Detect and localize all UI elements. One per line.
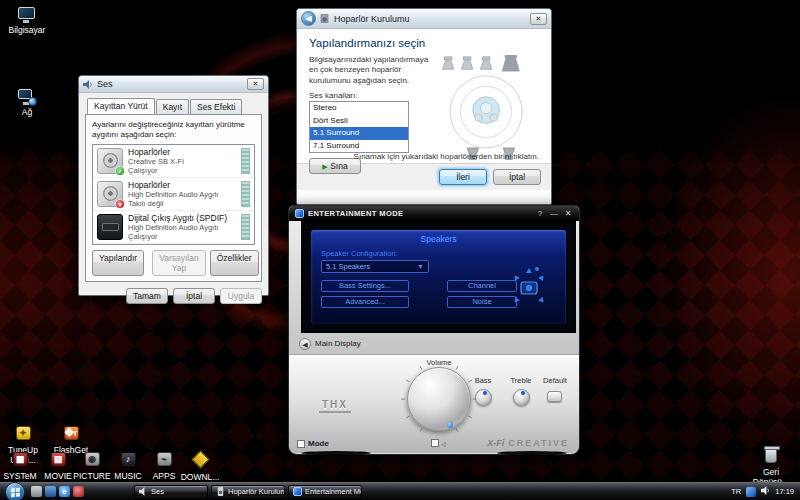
window-title: ENTERTAINMENT MODE <box>308 209 531 218</box>
desktop-icon-computer[interactable]: Bilgisayar <box>2 6 52 36</box>
device-desc: High Definition Audio Aygıtı <box>128 190 236 199</box>
default-button[interactable] <box>547 391 562 402</box>
window-title: Ses <box>97 79 243 89</box>
configure-button[interactable]: Yapılandır <box>92 250 144 276</box>
desktop-icon-network[interactable]: Ağ <box>2 88 52 118</box>
bass-settings-button[interactable]: Bass Settings... <box>321 280 409 292</box>
creative-logo: CREATIVE <box>508 438 569 448</box>
app-launcher-icon[interactable] <box>73 486 84 497</box>
entertainment-mode-titlebar[interactable]: ENTERTAINMENT MODE ? — ✕ <box>289 206 579 221</box>
device-row-spdif[interactable]: Dijital Çıkış Aygıtı (SPDIF) High Defini… <box>93 211 254 244</box>
speaker-icon <box>139 487 148 496</box>
sound-dialog-tabs: Kayıttan Yürüt Kayıt Ses Efekti <box>85 98 262 114</box>
browser-icon[interactable]: e <box>59 486 70 497</box>
network-icon <box>17 88 37 106</box>
volume-knob[interactable] <box>407 367 471 431</box>
volume-meter <box>241 148 250 174</box>
speaker-icon <box>83 80 93 89</box>
speaker-setup-titlebar[interactable]: ◀ Hoparlör Kurulumu ✕ <box>297 9 551 29</box>
taskbar-item-ses[interactable]: Ses <box>134 485 208 499</box>
advanced-button[interactable]: Advanced... <box>321 296 409 308</box>
main-display-back-icon[interactable]: ◀ <box>299 338 311 350</box>
playback-instruction: Ayarlarını değiştireceğiniz kayıttan yür… <box>92 120 255 140</box>
speaker-configuration-select[interactable]: 5.1 Speakers ▼ <box>321 260 429 273</box>
treble-label: Treble <box>503 376 539 385</box>
help-icon[interactable]: ? <box>535 209 545 218</box>
device-status: Çalışıyor <box>128 166 236 175</box>
sound-dialog-titlebar[interactable]: Ses ✕ <box>79 76 268 93</box>
device-name: Hoparlörler <box>128 147 236 157</box>
device-name: Hoparlörler <box>128 180 236 190</box>
desktop-icon-apps[interactable]: ⌁ APPS <box>144 452 184 482</box>
ok-button[interactable]: Tamam <box>126 288 168 304</box>
channel-option-51[interactable]: 5.1 Surround <box>310 127 408 140</box>
bass-knob[interactable] <box>475 389 492 406</box>
channel-option-stereo[interactable]: Stereo <box>310 102 408 115</box>
xfi-logo: X-Fi <box>487 438 504 448</box>
channel-option-quad[interactable]: Dört Sesli <box>310 115 408 128</box>
entertainment-mode-icon <box>293 487 302 496</box>
language-indicator[interactable]: TR <box>731 487 741 496</box>
download-folder-icon <box>190 453 210 471</box>
tab-recording[interactable]: Kayıt <box>156 99 189 115</box>
tray-volume-icon[interactable] <box>761 486 770 497</box>
speaker-cluster-icon[interactable] <box>506 264 552 314</box>
desktop-icon-picture[interactable]: ◉ PICTURE <box>72 452 112 482</box>
close-icon[interactable]: ✕ <box>247 78 264 90</box>
speaker-device-icon: ✓ <box>97 148 123 174</box>
close-icon[interactable]: ✕ <box>563 209 573 218</box>
speaker-device-icon: ▾ <box>97 181 123 207</box>
mute-checkbox[interactable] <box>431 439 439 447</box>
start-button[interactable] <box>5 482 25 500</box>
window-switcher-icon[interactable] <box>45 486 56 497</box>
device-row-speakers-xfi[interactable]: ✓ Hoparlörler Creative SB X-Fi Çalışıyor <box>93 145 254 178</box>
computer-icon <box>17 6 37 24</box>
properties-button[interactable]: Özellikler <box>210 250 259 276</box>
taskbar-item-entertainment-mode[interactable]: Entertainment Mode <box>288 485 362 499</box>
speaker-setup-window: ◀ Hoparlör Kurulumu ✕ Yapılandırmanızı s… <box>296 8 552 205</box>
minimize-icon[interactable]: — <box>549 209 559 218</box>
mode-checkbox[interactable] <box>297 440 305 448</box>
system-folder-icon: ▦ <box>10 452 30 470</box>
desktop-icon-downloads[interactable]: DOWNL... <box>180 452 220 483</box>
device-desc: High Definition Audio Aygıtı <box>128 223 236 232</box>
movie-folder-icon: ▤ <box>48 452 68 470</box>
main-display-button[interactable]: Main Display <box>315 339 361 348</box>
wizard-heading: Yapılandırmanızı seçin <box>309 37 539 49</box>
cancel-button[interactable]: İptal <box>173 288 215 304</box>
desktop-icon-music[interactable]: ♪ MUSIC <box>108 452 148 482</box>
channels-listbox[interactable]: Stereo Dört Sesli 5.1 Surround 7.1 Surro… <box>309 101 409 153</box>
tray-app-icon[interactable] <box>746 487 756 497</box>
device-row-speakers-hda[interactable]: ▾ Hoparlörler High Definition Audio Aygı… <box>93 178 254 211</box>
channel-option-71[interactable]: 7.1 Surround <box>310 140 408 153</box>
close-icon[interactable]: ✕ <box>530 13 547 25</box>
spdif-device-icon <box>97 214 123 240</box>
knob-pointer <box>447 422 453 428</box>
default-label: Default <box>537 376 573 385</box>
device-desc: Creative SB X-Fi <box>128 157 236 166</box>
clock[interactable]: 17:19 <box>775 487 794 496</box>
playback-device-list[interactable]: ✓ Hoparlörler Creative SB X-Fi Çalışıyor… <box>92 144 255 245</box>
back-icon[interactable]: ◀ <box>301 11 316 26</box>
device-unplugged-icon: ▾ <box>115 199 125 209</box>
window-title: Hoparlör Kurulumu <box>334 14 526 24</box>
taskbar-item-hoparlor-kurulumu[interactable]: Hoparlör Kurulumu <box>211 485 285 499</box>
bass-label: Bass <box>465 376 501 385</box>
device-status: Takılı değil <box>128 199 236 208</box>
entertainment-mode-icon <box>295 209 304 218</box>
device-name: Dijital Çıkış Aygıtı (SPDIF) <box>128 213 236 223</box>
entertainment-mode-screen: Speakers Speaker Configuration: 5.1 Spea… <box>301 221 576 333</box>
show-desktop-icon[interactable] <box>31 486 42 497</box>
treble-knob[interactable] <box>513 389 530 406</box>
entertainment-mode-window: ENTERTAINMENT MODE ? — ✕ Speakers Speake… <box>288 205 580 455</box>
playback-tab-page: Ayarlarını değiştireceğiniz kayıttan yür… <box>85 114 262 282</box>
tab-playback[interactable]: Kayıttan Yürüt <box>87 98 155 114</box>
desktop-icon-system[interactable]: ▦ SYSTeM <box>0 452 40 482</box>
speaker-icon <box>216 487 225 496</box>
thx-logo: THX <box>319 399 351 413</box>
recycle-bin-icon <box>761 448 781 466</box>
music-folder-icon: ♪ <box>118 452 138 470</box>
device-status: Çalışıyor <box>128 232 236 241</box>
apply-button: Uygula <box>220 288 262 304</box>
tab-sound-effects[interactable]: Ses Efekti <box>190 99 242 115</box>
